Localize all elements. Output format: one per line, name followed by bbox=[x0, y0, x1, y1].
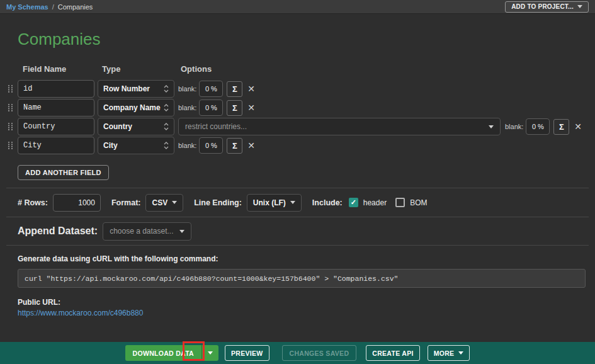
sigma-button[interactable]: Σ bbox=[227, 81, 242, 97]
format-select[interactable]: CSV bbox=[145, 194, 183, 212]
chevron-updown-icon bbox=[164, 103, 169, 112]
changes-saved-button: CHANGES SAVED bbox=[282, 345, 357, 361]
caret-down-icon bbox=[208, 351, 213, 355]
page-title: Companies bbox=[18, 30, 595, 49]
download-options-caret-button[interactable] bbox=[202, 345, 218, 361]
remove-field-icon[interactable]: ✕ bbox=[247, 103, 255, 112]
caret-down-icon bbox=[489, 125, 494, 128]
add-to-project-button[interactable]: ADD TO PROJECT... bbox=[505, 1, 589, 13]
caret-down-icon bbox=[458, 351, 463, 355]
blank-label: blank: bbox=[505, 123, 523, 130]
caret-down-icon bbox=[179, 230, 184, 233]
drag-handle-icon[interactable] bbox=[8, 84, 13, 93]
append-dataset-row: Append Dataset: choose a dataset... bbox=[18, 217, 595, 245]
more-button[interactable]: MORE bbox=[428, 345, 470, 361]
field-type-select[interactable]: Row Number bbox=[98, 80, 174, 98]
header-options: Options bbox=[181, 64, 212, 74]
add-to-project-label: ADD TO PROJECT... bbox=[511, 3, 574, 10]
restrict-countries-select[interactable]: restrict countries... bbox=[178, 118, 501, 135]
line-ending-label: Line Ending: bbox=[194, 198, 242, 207]
include-label: Include: bbox=[312, 198, 343, 207]
download-data-button[interactable]: DOWNLOAD DATA bbox=[125, 345, 202, 361]
public-url-link[interactable]: https://www.mockaroo.com/c496b880 bbox=[18, 309, 143, 317]
caret-down-icon bbox=[172, 201, 177, 204]
header-checkbox[interactable]: ✓ bbox=[349, 198, 358, 207]
blank-label: blank: bbox=[178, 142, 196, 149]
bom-checkbox-label: BOM bbox=[410, 198, 427, 207]
field-table-headers: Field Name Type Options bbox=[18, 64, 595, 74]
breadcrumb-separator: / bbox=[52, 3, 54, 11]
header-type: Type bbox=[102, 64, 120, 74]
generation-options-row: # Rows: Format: CSV Line Ending: Unix (L… bbox=[18, 188, 595, 217]
format-value: CSV bbox=[152, 198, 167, 207]
blank-label: blank: bbox=[178, 85, 196, 93]
blank-percent-input[interactable] bbox=[199, 137, 223, 154]
footer-action-bar: DOWNLOAD DATA PREVIEW CHANGES SAVED CREA… bbox=[0, 342, 595, 364]
breadcrumb-current: Companies bbox=[58, 3, 93, 11]
field-type-select[interactable]: Country bbox=[98, 118, 174, 135]
public-url-label: Public URL: bbox=[18, 298, 595, 307]
append-dataset-select[interactable]: choose a dataset... bbox=[103, 222, 191, 241]
field-name-input[interactable] bbox=[18, 137, 94, 154]
field-row-city: City blank: Σ ✕ bbox=[8, 136, 595, 155]
blank-label: blank: bbox=[178, 104, 196, 111]
field-type-value: Row Number bbox=[103, 84, 150, 93]
remove-field-icon[interactable]: ✕ bbox=[247, 84, 255, 93]
sigma-button[interactable]: Σ bbox=[553, 119, 569, 135]
check-icon: ✓ bbox=[351, 198, 356, 207]
field-name-input[interactable] bbox=[18, 118, 94, 135]
restrict-countries-placeholder: restrict countries... bbox=[185, 122, 247, 131]
chevron-updown-icon bbox=[164, 122, 169, 131]
blank-percent-input[interactable] bbox=[199, 81, 223, 97]
caret-down-icon bbox=[577, 5, 582, 8]
line-ending-select[interactable]: Unix (LF) bbox=[247, 194, 302, 212]
append-dataset-label: Append Dataset: bbox=[18, 225, 98, 237]
field-type-value: Country bbox=[103, 122, 132, 131]
drag-handle-icon[interactable] bbox=[8, 103, 13, 112]
top-bar: My Schemas / Companies ADD TO PROJECT... bbox=[0, 0, 595, 14]
curl-command-code[interactable]: curl "https://api.mockaroo.com/api/c496b… bbox=[18, 269, 586, 288]
row-count-input[interactable] bbox=[53, 194, 101, 212]
create-api-button[interactable]: CREATE API bbox=[366, 345, 419, 361]
field-type-select[interactable]: City bbox=[98, 137, 174, 154]
field-name-input[interactable] bbox=[18, 99, 94, 117]
drag-handle-icon[interactable] bbox=[8, 122, 13, 131]
format-label: Format: bbox=[111, 198, 141, 207]
sigma-button[interactable]: Σ bbox=[227, 100, 242, 116]
download-split-button: DOWNLOAD DATA bbox=[125, 345, 218, 361]
preview-button[interactable]: PREVIEW bbox=[225, 345, 269, 361]
field-name-input[interactable] bbox=[18, 80, 94, 98]
field-row-id: Row Number blank: Σ ✕ bbox=[8, 79, 595, 98]
field-row-country: Country restrict countries... blank: Σ ✕ bbox=[8, 117, 595, 136]
blank-percent-input[interactable] bbox=[526, 118, 550, 135]
bom-checkbox[interactable] bbox=[395, 198, 405, 207]
line-ending-value: Unix (LF) bbox=[253, 198, 286, 207]
divider bbox=[6, 245, 589, 246]
header-checkbox-label: header bbox=[363, 198, 387, 207]
sigma-button[interactable]: Σ bbox=[227, 138, 242, 154]
field-type-value: Company Name bbox=[103, 103, 161, 112]
header-field-name: Field Name bbox=[23, 64, 66, 74]
remove-field-icon[interactable]: ✕ bbox=[247, 141, 255, 150]
drag-handle-icon[interactable] bbox=[8, 141, 13, 150]
field-type-value: City bbox=[103, 141, 118, 150]
breadcrumb: My Schemas / Companies bbox=[6, 3, 93, 11]
remove-field-icon[interactable]: ✕ bbox=[574, 122, 582, 131]
rows-label: # Rows: bbox=[18, 198, 48, 207]
blank-percent-input[interactable] bbox=[199, 100, 223, 116]
field-type-select[interactable]: Company Name bbox=[98, 99, 174, 117]
append-dataset-value: choose a dataset... bbox=[110, 227, 173, 236]
chevron-updown-icon bbox=[164, 141, 169, 150]
add-another-field-button[interactable]: ADD ANOTHER FIELD bbox=[18, 165, 109, 180]
field-row-name: Company Name blank: Σ ✕ bbox=[8, 98, 595, 117]
breadcrumb-my-schemas-link[interactable]: My Schemas bbox=[6, 3, 48, 11]
more-label: MORE bbox=[434, 350, 455, 357]
curl-instruction-label: Generate data using cURL with the follow… bbox=[18, 254, 595, 263]
caret-down-icon bbox=[290, 201, 295, 204]
chevron-updown-icon bbox=[164, 84, 169, 93]
